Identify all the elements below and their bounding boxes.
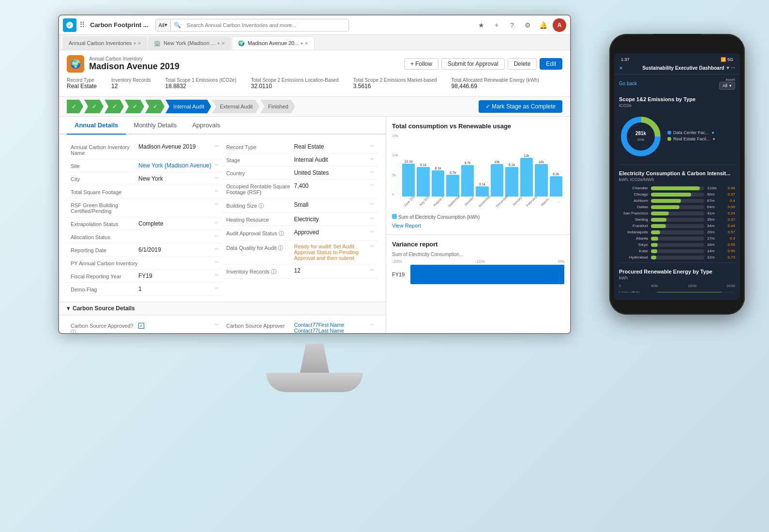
edit-pencil-icon[interactable]: ✏ xyxy=(370,143,374,149)
carbon-source-checkbox[interactable]: ✓ xyxy=(138,323,144,329)
edit-pencil-icon[interactable]: ✏ xyxy=(215,233,219,239)
record-icon: 🌍 xyxy=(67,55,84,73)
field-fiscal-reporting-year: Fiscal Reporting Year FY19 ✏ xyxy=(67,270,223,283)
edit-pencil-icon[interactable]: ✏ xyxy=(370,201,374,207)
tab-approvals[interactable]: Approvals xyxy=(184,117,228,134)
edit-pencil-icon[interactable]: ✏ xyxy=(215,286,219,291)
delete-button[interactable]: Delete xyxy=(508,58,537,70)
phone-close-button[interactable]: ✕ xyxy=(619,65,623,71)
city-bar-row: Sterling 35m 0.37 xyxy=(614,216,740,223)
edit-pencil-icon[interactable]: ✏ xyxy=(215,143,219,149)
notifications-icon[interactable]: 🔔 xyxy=(537,19,549,31)
field-total-square-footage: Total Square Footage ✏ xyxy=(67,185,223,198)
edit-pencil-icon[interactable]: ✏ xyxy=(370,216,374,221)
tab-close-icon[interactable]: ▾ ✕ xyxy=(301,41,308,46)
chart-bar xyxy=(535,164,547,197)
tab-new-york[interactable]: 🏢 New York (Madison ... ▾ ✕ xyxy=(148,36,231,50)
renewable-bar-section: Large offsite proje... 336m xyxy=(614,289,740,292)
asset-dropdown[interactable]: All ▾ xyxy=(719,82,735,90)
more-options-icon[interactable]: ··· xyxy=(731,65,735,71)
salesforce-logo: ✓ xyxy=(63,18,76,32)
site-link[interactable]: New York (Madison Avenue) xyxy=(138,162,215,169)
tab-close-icon[interactable]: ▾ ✕ xyxy=(217,41,225,46)
edit-pencil-icon[interactable]: ✏ xyxy=(215,175,219,181)
field-building-size: Building Size ⓘ Small ✏ xyxy=(223,198,378,213)
edit-pencil-icon[interactable]: ✏ xyxy=(215,188,219,194)
star-icon[interactable]: ★ xyxy=(475,19,487,31)
edit-pencil-icon[interactable]: ✏ xyxy=(370,156,374,162)
field-extrapolation-status: Extrapolation Status Complete ✏ xyxy=(67,217,223,230)
edit-button[interactable]: Edit xyxy=(540,58,562,70)
edit-pencil-icon[interactable]: ✏ xyxy=(370,182,374,188)
svg-text:244k: 244k xyxy=(637,138,645,141)
edit-pencil-icon[interactable]: ✏ xyxy=(370,229,374,234)
view-report-link[interactable]: View Report xyxy=(392,223,564,228)
stage-external-audit[interactable]: External Audit xyxy=(212,100,259,113)
chart-bar xyxy=(520,158,533,197)
field-data-quality: Data Quality for Audit ⓘ Ready for audit… xyxy=(223,241,378,264)
search-input[interactable] xyxy=(184,22,348,28)
nav-dots-icon[interactable]: ⠿ xyxy=(79,20,85,30)
stage-1[interactable]: ✓ xyxy=(67,100,83,113)
chart-y-axis: 15k 10k 5k 0 xyxy=(392,134,398,197)
chart-bar-group: 6.7k xyxy=(446,171,459,197)
variance-subtitle: Sum of Electricity Consumption... xyxy=(392,252,564,257)
tab-annual-carbon-inventories[interactable]: Annual Carbon Inventories ▾ ✕ xyxy=(63,36,147,50)
edit-pencil-icon[interactable]: ✏ xyxy=(370,169,374,175)
avatar[interactable]: A xyxy=(553,18,566,32)
go-back-link[interactable]: Go back xyxy=(619,81,637,86)
search-filter[interactable]: All ▾ xyxy=(156,19,171,31)
renewable-title: Procured Renewable Energy by Type xyxy=(614,265,740,275)
city-bar-row: Dallas 64m 0.60 xyxy=(614,204,740,210)
tab-madison-avenue[interactable]: 🌍 Madison Avenue 20... ▾ ✕ xyxy=(232,36,315,50)
chart-bar-group: 9.1k xyxy=(417,163,429,197)
approver-link[interactable]: Contact77First Name Contact77Last Name xyxy=(294,322,371,334)
edit-pencil-icon[interactable]: ✏ xyxy=(370,322,374,327)
help-icon[interactable]: ? xyxy=(506,19,518,31)
edit-pencil-icon[interactable]: ✏ xyxy=(215,273,219,278)
edit-pencil-icon[interactable]: ✏ xyxy=(215,322,219,327)
tab-close-icon[interactable]: ▾ ✕ xyxy=(134,41,141,46)
chart-bar-group: 3.1k xyxy=(476,182,488,197)
edit-pencil-icon[interactable]: ✏ xyxy=(215,259,219,265)
add-icon[interactable]: ＋ xyxy=(491,19,502,31)
edit-pencil-icon[interactable]: ✏ xyxy=(215,201,219,207)
city-bar-row: Chicago 90m 0.57 xyxy=(614,191,740,198)
stage-3[interactable]: ✓ xyxy=(105,100,124,113)
edit-pencil-icon[interactable]: ✏ xyxy=(370,243,374,249)
mark-stage-button[interactable]: ✓ Mark Stage as Complete xyxy=(479,100,562,113)
tab-monthly-details[interactable]: Monthly Details xyxy=(126,117,184,134)
tab-annual-details[interactable]: Annual Details xyxy=(67,117,126,135)
chart-bar-group: 10k xyxy=(535,160,547,197)
stage-4[interactable]: ✓ xyxy=(125,100,144,113)
renewable-axis: 0 80M 160M 240M xyxy=(614,283,740,289)
search-bar[interactable]: All ▾ 🔍 xyxy=(155,19,349,31)
chart-bar-group: 12k xyxy=(520,154,533,197)
follow-button[interactable]: + Follow xyxy=(404,58,438,70)
meta-scope2-market: Total Scope 2 Emissions Market-based 3.5… xyxy=(353,77,437,90)
left-panel: Annual Details Monthly Details Approvals… xyxy=(59,117,386,334)
stage-2[interactable]: ✓ xyxy=(84,100,104,113)
stage-finished[interactable]: Finished xyxy=(260,100,295,113)
field-audit-approval-status: Audit Approval Status ⓘ Approved ✏ xyxy=(223,226,378,241)
elec-unit: kWh; tCO2e/MWh xyxy=(614,177,740,185)
edit-pencil-icon[interactable]: ✏ xyxy=(370,267,374,273)
svg-text:281k: 281k xyxy=(635,131,647,136)
carbon-source-section-header[interactable]: ▾ Carbon Source Details xyxy=(59,302,386,315)
edit-pencil-icon[interactable]: ✏ xyxy=(215,246,219,252)
chart-bar-group: 9.1k xyxy=(505,163,518,197)
edit-pencil-icon[interactable]: ✏ xyxy=(215,220,219,226)
field-rsf-green: RSF Green Building Certified/Pending ✏ xyxy=(67,198,223,217)
chart-area: 15k 10k 5k 0 10.1k 9.1k 8.1k 6.7k xyxy=(392,134,564,211)
stage-internal-audit[interactable]: Internal Audit xyxy=(166,100,211,113)
variance-title: Variance report xyxy=(392,241,564,248)
chart-bar xyxy=(550,176,562,197)
chart-bar xyxy=(417,167,429,197)
settings-icon[interactable]: ⚙ xyxy=(522,19,533,31)
chart-bar xyxy=(446,175,459,197)
phone-signal: 📶 5G xyxy=(721,57,733,62)
stage-5[interactable]: ✓ xyxy=(145,100,165,113)
renewable-row-label: Large offsite proje... xyxy=(619,290,653,292)
submit-approval-button[interactable]: Submit for Approval xyxy=(441,58,505,70)
edit-pencil-icon[interactable]: ✏ xyxy=(215,162,219,167)
